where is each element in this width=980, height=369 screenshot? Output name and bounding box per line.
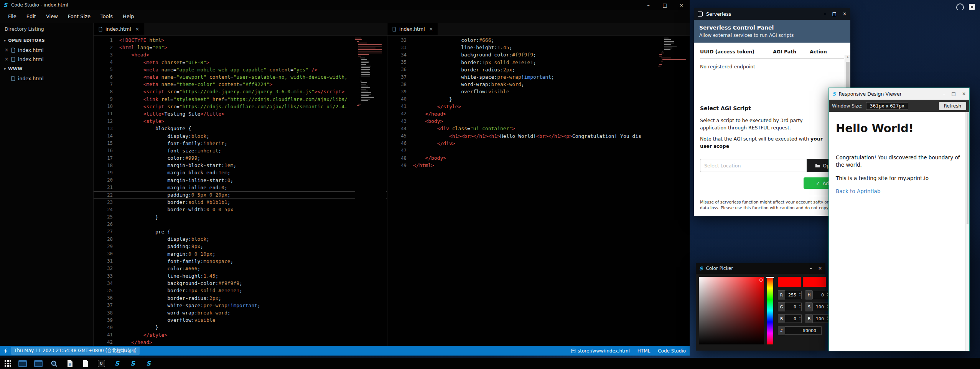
taskbar-serverless-icon[interactable]: 0 bbox=[97, 359, 105, 368]
status-datetime[interactable]: Thu May 11 2023 21:54:48 GMT+0800 (台北標準時… bbox=[11, 347, 140, 355]
code-line[interactable]: 1<!DOCTYPE html> bbox=[94, 36, 387, 44]
code-line[interactable]: 34 background-color:#f9f9f9; bbox=[387, 51, 690, 58]
blue-value-input[interactable]: 0 ▴▾ bbox=[785, 314, 802, 323]
code-line[interactable]: 36 border-radius:2px; bbox=[94, 295, 387, 302]
code-line[interactable]: 2<html lang="en"> bbox=[94, 44, 387, 51]
app-close-button[interactable]: × bbox=[673, 0, 690, 10]
back-to-aprintlab-link[interactable]: Back to Aprintlab bbox=[836, 188, 880, 194]
www-section-header[interactable]: ▾ WWW bbox=[0, 64, 93, 74]
viewer-close-button[interactable]: × bbox=[962, 91, 966, 96]
code-line[interactable]: 41 </style> bbox=[94, 331, 387, 339]
code-editor-1[interactable]: 1<!DOCTYPE html>2<html lang="en">3 <head… bbox=[94, 36, 387, 346]
code-line[interactable]: 11 <title>Testing Site</title> bbox=[94, 110, 387, 117]
code-line[interactable]: 38 word-wrap:break-word; bbox=[387, 81, 690, 88]
code-line[interactable]: 3 <head> bbox=[94, 51, 387, 58]
taskbar-search-icon[interactable] bbox=[50, 359, 58, 368]
taskbar-window-icon-2[interactable] bbox=[34, 359, 43, 368]
menu-help[interactable]: Help bbox=[118, 13, 139, 19]
code-line[interactable]: 33 line-height:1.45; bbox=[94, 272, 387, 280]
viewer-minimize-button[interactable]: – bbox=[943, 91, 945, 96]
code-line[interactable]: 23 border:solid #b1b1b1; bbox=[94, 199, 387, 206]
viewer-maximize-button[interactable]: □ bbox=[952, 91, 956, 96]
serverless-close-button[interactable]: × bbox=[843, 11, 847, 17]
scrollbar-thumb[interactable] bbox=[967, 113, 968, 224]
code-line[interactable]: 6 <meta name="viewport" content="user-sc… bbox=[94, 73, 387, 81]
start-button[interactable] bbox=[5, 360, 11, 367]
brightness-value-input[interactable]: 100 ▴▾ bbox=[812, 314, 829, 323]
page-scrollbar[interactable] bbox=[965, 112, 969, 351]
code-line[interactable]: 34 background-color:#f9f9f9; bbox=[94, 280, 387, 287]
stepper-arrows-icon[interactable]: ▴▾ bbox=[827, 316, 828, 320]
code-line[interactable]: 15 font-family:inherit; bbox=[94, 140, 387, 147]
stepper-arrows-icon[interactable]: ▴▾ bbox=[799, 316, 800, 320]
taskbar-code-studio-icon-1[interactable]: S bbox=[113, 359, 121, 368]
code-line[interactable]: 39 overflow:visible bbox=[94, 316, 387, 324]
code-line[interactable]: 20 margin-inline-start:0; bbox=[94, 177, 387, 184]
code-line[interactable]: 42 </head> bbox=[387, 110, 690, 117]
tab-index-html[interactable]: index.html × bbox=[94, 23, 144, 35]
code-line[interactable]: 49</html> bbox=[387, 162, 690, 169]
code-line[interactable]: 7 <meta name="theme-color" content="#ff9… bbox=[94, 81, 387, 88]
code-line[interactable]: 12 <style> bbox=[94, 117, 387, 125]
color-picker-minimize-button[interactable]: – bbox=[810, 266, 812, 271]
window-size-value[interactable]: 361px x 627px bbox=[866, 102, 908, 110]
code-lines[interactable]: 1<!DOCTYPE html>2<html lang="en">3 <head… bbox=[94, 36, 387, 346]
serverless-minimize-button[interactable]: – bbox=[824, 11, 826, 17]
code-line[interactable]: 39 overflow:visible bbox=[387, 88, 690, 95]
code-line[interactable]: 18 margin-block-start:1em; bbox=[94, 162, 387, 169]
taskbar-document-icon-2[interactable] bbox=[81, 359, 90, 368]
open-editor-item-1[interactable]: × index.html bbox=[0, 45, 93, 55]
code-line[interactable]: 14 display:block; bbox=[94, 132, 387, 139]
stepper-arrows-icon[interactable]: ▴▾ bbox=[827, 304, 828, 308]
minimap[interactable] bbox=[658, 37, 688, 346]
code-line[interactable]: 22 padding:0 5px 0 20px; bbox=[94, 191, 387, 199]
hue-value-input[interactable]: 0 ▴▾ bbox=[812, 291, 829, 299]
code-line[interactable]: 27 pre { bbox=[94, 228, 387, 235]
stepper-arrows-icon[interactable]: ▴▾ bbox=[799, 292, 800, 296]
code-line[interactable]: 24 border-width:0 0 0 5px bbox=[94, 206, 387, 213]
refresh-button[interactable]: Refresh bbox=[939, 102, 966, 110]
hue-cursor[interactable] bbox=[766, 277, 774, 278]
hue-slider[interactable] bbox=[767, 277, 773, 344]
code-line[interactable]: 28 display:block; bbox=[94, 235, 387, 243]
code-line[interactable]: 41 </style> bbox=[387, 103, 690, 110]
color-picker-close-button[interactable]: × bbox=[818, 266, 822, 271]
close-icon[interactable]: × bbox=[5, 47, 8, 53]
desktop-widget-icon[interactable] bbox=[969, 4, 975, 10]
code-line[interactable]: 8 <script src="https://code.jquery.com/j… bbox=[94, 88, 387, 95]
code-line[interactable]: 26 bbox=[94, 221, 387, 228]
green-value-input[interactable]: 0 ▴▾ bbox=[785, 303, 802, 311]
taskbar-code-studio-icon-3[interactable]: S bbox=[144, 359, 153, 368]
tab-index-html[interactable]: index.html × bbox=[387, 23, 438, 35]
code-line[interactable]: 25 } bbox=[94, 213, 387, 221]
app-minimize-button[interactable]: – bbox=[640, 0, 657, 10]
code-line[interactable]: 5 <meta name="apple-mobile-web-app-capab… bbox=[94, 66, 387, 73]
menu-edit[interactable]: Edit bbox=[21, 13, 41, 19]
code-line[interactable]: 32 color:#666; bbox=[387, 36, 690, 44]
code-line[interactable]: 37 white-space:pre-wrap!important; bbox=[387, 73, 690, 81]
red-value-input[interactable]: 255 ▴▾ bbox=[785, 291, 802, 299]
code-line[interactable]: 33 line-height:1.45; bbox=[387, 44, 690, 51]
code-line[interactable]: 42 </head> bbox=[94, 339, 387, 346]
code-line[interactable]: 13 blockquote { bbox=[94, 125, 387, 132]
code-line[interactable]: 37 white-space:pre-wrap!important; bbox=[94, 302, 387, 309]
code-line[interactable]: 40 } bbox=[387, 96, 690, 103]
open-editor-item-2[interactable]: × index.html bbox=[0, 55, 93, 64]
taskbar-document-icon-1[interactable] bbox=[66, 359, 74, 368]
code-line[interactable]: 4 <meta charset="UTF-8"> bbox=[94, 59, 387, 66]
menu-tools[interactable]: Tools bbox=[96, 13, 118, 19]
code-line[interactable]: 35 border:1px solid #e1e1e1; bbox=[94, 287, 387, 294]
code-line[interactable]: 16 font-size:inherit; bbox=[94, 147, 387, 154]
code-line[interactable]: 21 margin-inline-end:0; bbox=[94, 184, 387, 191]
hex-value-input[interactable]: ff0000 bbox=[785, 326, 822, 335]
menu-view[interactable]: View bbox=[41, 13, 63, 19]
code-line[interactable]: 17 color:#999; bbox=[94, 154, 387, 162]
minimap[interactable] bbox=[355, 37, 386, 346]
code-line[interactable]: 38 word-wrap:break-word; bbox=[94, 309, 387, 316]
code-editor-2[interactable]: 32 color:#666;33 line-height:1.45;34 bac… bbox=[387, 36, 690, 346]
www-file-item[interactable]: index.html bbox=[0, 74, 93, 83]
saturation-value-input[interactable]: 100 ▴▾ bbox=[812, 303, 829, 311]
tab-close-icon[interactable]: × bbox=[429, 26, 433, 32]
menu-file[interactable]: File bbox=[3, 13, 21, 19]
status-file-path[interactable]: store:/www/index.html bbox=[571, 348, 630, 354]
